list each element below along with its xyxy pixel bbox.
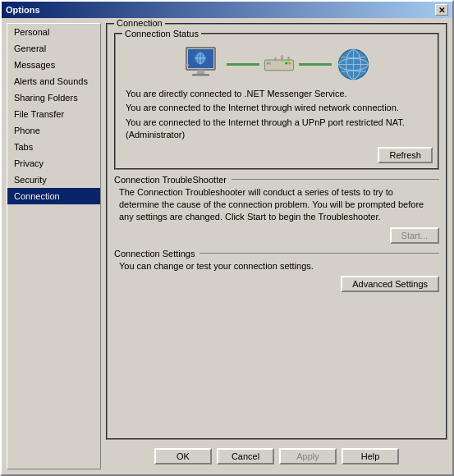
- sidebar-item-messages[interactable]: Messages: [7, 57, 100, 73]
- status-text-2: You are connected to the Internet throug…: [126, 102, 428, 114]
- svg-point-11: [285, 62, 287, 64]
- settings-description: You can change or test your connection s…: [119, 260, 434, 272]
- connection-status-box: Connection Status: [114, 33, 439, 170]
- advanced-settings-button-container: Advanced Settings: [114, 276, 439, 292]
- troubleshooter-label: Connection TroubleShootter: [114, 175, 227, 185]
- settings-separator: [199, 253, 439, 254]
- status-text-1: You are directly connected to .NET Messe…: [126, 88, 428, 100]
- troubleshooter-header: Connection TroubleShootter: [114, 175, 439, 185]
- sidebar-item-file-transfer[interactable]: File Transfer: [7, 106, 100, 122]
- connection-group: Connection Connection Status: [106, 23, 447, 440]
- svg-rect-10: [266, 62, 270, 64]
- sidebar-item-sharing-folders[interactable]: Sharing Folders: [7, 89, 100, 106]
- start-button[interactable]: Start...: [390, 227, 439, 244]
- troubleshooter-description: The Connection Troubleshooter will condu…: [119, 186, 434, 224]
- connection-line-2: [299, 63, 332, 66]
- settings-header: Connection Settings: [114, 249, 439, 259]
- apply-button[interactable]: Apply: [279, 448, 337, 465]
- connection-group-label: Connection: [114, 18, 165, 28]
- settings-section: Connection Settings You can change or te…: [114, 249, 439, 292]
- svg-rect-14: [281, 55, 282, 61]
- start-button-container: Start...: [114, 227, 439, 244]
- sidebar-item-tabs[interactable]: Tabs: [7, 139, 100, 155]
- sidebar-item-alerts-and-sounds[interactable]: Alerts and Sounds: [7, 73, 100, 89]
- footer-buttons: OK Cancel Apply Help: [106, 443, 447, 469]
- close-button[interactable]: ✕: [435, 4, 448, 16]
- svg-rect-13: [274, 57, 276, 61]
- connection-diagram: [121, 46, 433, 83]
- sidebar-item-privacy[interactable]: Privacy: [7, 155, 100, 172]
- globe-icon: [335, 46, 372, 83]
- refresh-button-container: Refresh: [121, 147, 433, 163]
- svg-rect-2: [197, 70, 204, 74]
- router-icon: [263, 53, 296, 77]
- title-bar: Options ✕: [2, 2, 452, 18]
- sidebar-item-personal[interactable]: Personal: [7, 24, 100, 40]
- sidebar-item-general[interactable]: General: [7, 40, 100, 57]
- connection-line-1: [227, 63, 259, 66]
- refresh-button[interactable]: Refresh: [378, 147, 433, 163]
- advanced-settings-button[interactable]: Advanced Settings: [341, 276, 439, 292]
- help-button[interactable]: Help: [342, 448, 399, 465]
- cancel-button[interactable]: Cancel: [217, 448, 274, 465]
- sidebar-item-connection[interactable]: Connection: [7, 188, 100, 204]
- svg-rect-3: [192, 74, 209, 76]
- sidebar: Personal General Messages Alerts and Sou…: [7, 23, 101, 469]
- settings-label: Connection Settings: [114, 249, 195, 259]
- svg-rect-4: [185, 64, 189, 66]
- svg-point-12: [288, 62, 291, 64]
- connection-status-label: Connection Status: [122, 29, 201, 39]
- main-panel: Connection Connection Status: [106, 23, 447, 469]
- status-text-3: You are connected to the Internet throug…: [126, 117, 428, 142]
- computer-icon: [182, 46, 223, 83]
- window-body: Personal General Messages Alerts and Sou…: [2, 18, 452, 474]
- sidebar-item-security[interactable]: Security: [7, 172, 100, 188]
- ok-button[interactable]: OK: [154, 448, 212, 465]
- window-title: Options: [6, 5, 40, 15]
- options-window: Options ✕ Personal General Messages Aler…: [0, 0, 454, 476]
- troubleshooter-section: Connection TroubleShootter The Connectio…: [114, 175, 439, 244]
- svg-rect-15: [287, 57, 289, 62]
- sidebar-item-phone[interactable]: Phone: [7, 122, 100, 139]
- svg-rect-9: [264, 60, 293, 71]
- troubleshooter-separator: [232, 179, 439, 180]
